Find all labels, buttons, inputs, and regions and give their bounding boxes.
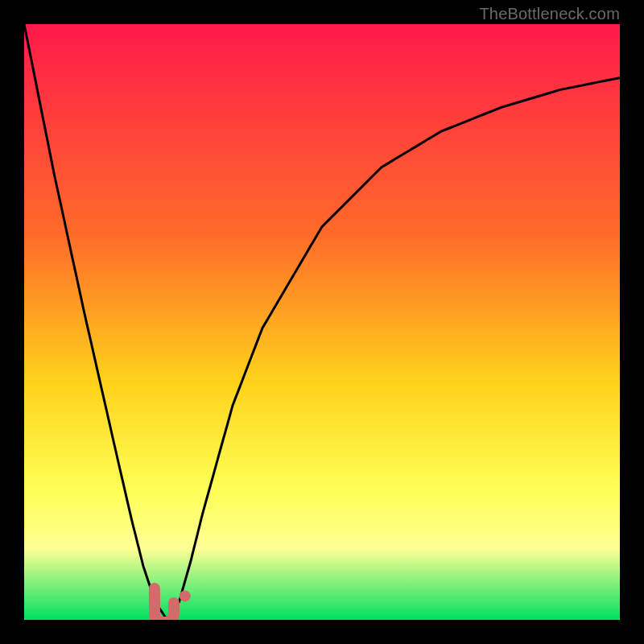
marker-dot xyxy=(180,590,191,601)
chart-frame: TheBottleneck.com xyxy=(0,0,644,644)
plot-area xyxy=(24,24,620,620)
chart-svg xyxy=(24,24,620,620)
watermark-text: TheBottleneck.com xyxy=(479,5,620,23)
gradient-background xyxy=(24,24,620,620)
